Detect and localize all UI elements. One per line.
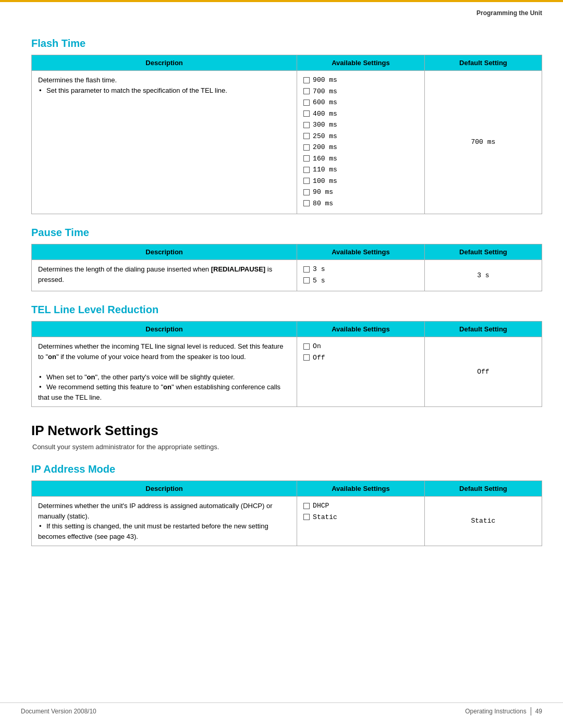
ip-opt-static: Static — [303, 512, 418, 523]
footer-divider — [531, 707, 531, 715]
flash-cb-300 — [303, 122, 310, 128]
footer-right: Operating Instructions 49 — [465, 707, 542, 715]
pause-time-table: Description Available Settings Default S… — [31, 244, 542, 291]
pause-opt-3s: 3 s — [303, 264, 418, 275]
ip-description: Determines whether the unit's IP address… — [32, 497, 297, 546]
tel-opt-off: Off — [303, 353, 418, 363]
ip-available: DHCP Static — [297, 497, 425, 546]
ip-address-row: Determines whether the unit's IP address… — [32, 497, 542, 546]
flash-cb-900 — [303, 77, 310, 83]
tel-line-table: Description Available Settings Default S… — [31, 321, 542, 407]
pause-time-title: Pause Time — [31, 227, 542, 239]
flash-col3-header: Default Setting — [424, 55, 542, 71]
tel-on-bold1: on — [48, 353, 56, 361]
pause-col1-header: Description — [32, 244, 297, 260]
flash-cb-600 — [303, 100, 310, 106]
tel-line-row: Determines whether the incoming TEL line… — [32, 337, 542, 407]
flash-cb-200 — [303, 144, 310, 151]
header-label: Programming the Unit — [476, 9, 542, 17]
ip-col2-header: Available Settings — [297, 481, 425, 497]
pause-default-value: 3 s — [477, 272, 489, 279]
tel-on-bold3: on — [163, 383, 172, 391]
flash-cb-250 — [303, 133, 310, 139]
flash-default: 700 ms — [424, 71, 542, 214]
flash-cb-700 — [303, 88, 310, 94]
flash-cb-400 — [303, 110, 310, 117]
flash-opt-200: 200 ms — [303, 142, 418, 153]
flash-opt-100: 100 ms — [303, 176, 418, 187]
tel-default-value: Off — [477, 368, 489, 376]
footer-doc-version: Document Version 2008/10 — [21, 708, 96, 715]
flash-cb-90 — [303, 189, 310, 195]
pause-col3-header: Default Setting — [424, 244, 542, 260]
pause-cb-3s — [303, 266, 310, 273]
page-footer: Document Version 2008/10 Operating Instr… — [0, 702, 563, 715]
flash-default-value: 700 ms — [471, 138, 496, 146]
flash-description: Determines the flash time. Set this para… — [32, 71, 297, 214]
tel-on-bold2: on — [87, 373, 95, 381]
pause-available: 3 s 5 s — [297, 260, 425, 291]
tel-bullet1: When set to "on", the other party's voic… — [46, 373, 235, 381]
flash-desc-bullet: Set this parameter to match the specific… — [46, 87, 227, 94]
flash-cb-110 — [303, 167, 310, 173]
ip-cb-static — [303, 514, 310, 520]
ip-cb-dhcp — [303, 503, 310, 509]
ip-col3-header: Default Setting — [424, 481, 542, 497]
flash-time-row: Determines the flash time. Set this para… — [32, 71, 542, 214]
tel-line-title: TEL Line Level Reduction — [31, 304, 542, 316]
flash-desc-line1: Determines the flash time. — [38, 76, 117, 84]
tel-default: Off — [424, 337, 542, 407]
ip-default-value: Static — [471, 517, 496, 525]
top-accent-bar — [0, 0, 563, 2]
tel-col1-header: Description — [32, 322, 297, 337]
tel-available: On Off — [297, 337, 425, 407]
ip-network-note: Consult your system administrator for th… — [31, 443, 542, 451]
footer-page-number: 49 — [535, 708, 542, 715]
flash-opt-160: 160 ms — [303, 154, 418, 164]
pause-col2-header: Available Settings — [297, 244, 425, 260]
flash-opt-90: 90 ms — [303, 187, 418, 198]
ip-opt-dhcp: DHCP — [303, 501, 418, 511]
ip-address-table: Description Available Settings Default S… — [31, 480, 542, 546]
tel-col3-header: Default Setting — [424, 322, 542, 337]
pause-bold: [REDIAL/PAUSE] — [211, 265, 265, 273]
flash-cb-160 — [303, 155, 310, 162]
flash-time-table: Description Available Settings Default S… — [31, 55, 542, 214]
ip-col1-header: Description — [32, 481, 297, 497]
flash-col1-header: Description — [32, 55, 297, 71]
tel-description: Determines whether the incoming TEL line… — [32, 337, 297, 407]
flash-opt-80: 80 ms — [303, 199, 418, 209]
flash-opt-110: 110 ms — [303, 165, 418, 175]
ip-bullet1: If this setting is changed, the unit mus… — [38, 522, 268, 540]
pause-description: Determines the length of the dialing pau… — [32, 260, 297, 291]
tel-bullet2: We recommend setting this feature to "on… — [38, 383, 280, 401]
pause-default: 3 s — [424, 260, 542, 291]
flash-available: 900 ms 700 ms 600 ms 400 ms 300 ms 250 m… — [297, 71, 425, 214]
flash-opt-300: 300 ms — [303, 120, 418, 130]
flash-opt-700: 700 ms — [303, 87, 418, 97]
pause-time-row: Determines the length of the dialing pau… — [32, 260, 542, 291]
pause-opt-5s: 5 s — [303, 276, 418, 286]
footer-operating-instructions: Operating Instructions — [465, 708, 526, 715]
ip-default: Static — [424, 497, 542, 546]
flash-opt-600: 600 ms — [303, 97, 418, 108]
flash-opt-400: 400 ms — [303, 109, 418, 119]
pause-desc-text: Determines the length of the dialing pau… — [38, 265, 272, 283]
flash-col2-header: Available Settings — [297, 55, 425, 71]
flash-opt-250: 250 ms — [303, 131, 418, 142]
ip-address-title: IP Address Mode — [31, 463, 542, 475]
tel-opt-on: On — [303, 341, 418, 352]
ip-desc-line1: Determines whether the unit's IP address… — [38, 502, 273, 520]
flash-cb-80 — [303, 200, 310, 206]
flash-cb-100 — [303, 178, 310, 184]
flash-time-title: Flash Time — [31, 38, 542, 50]
tel-cb-on — [303, 343, 310, 350]
flash-opt-900: 900 ms — [303, 75, 418, 85]
tel-desc-line1: Determines whether the incoming TEL line… — [38, 342, 283, 361]
tel-col2-header: Available Settings — [297, 322, 425, 337]
page-header: Programming the Unit — [0, 0, 563, 20]
ip-network-title: IP Network Settings — [31, 423, 542, 439]
main-content: Flash Time Description Available Setting… — [0, 20, 563, 570]
pause-cb-5s — [303, 277, 310, 283]
tel-cb-off — [303, 354, 310, 361]
